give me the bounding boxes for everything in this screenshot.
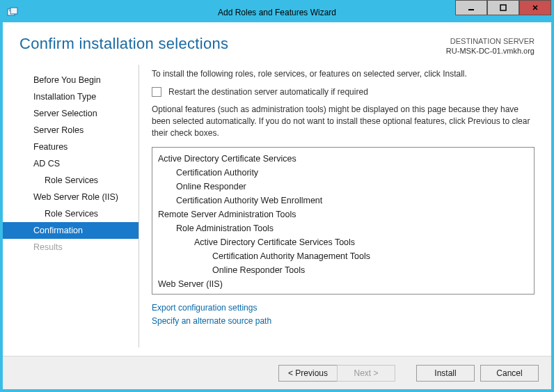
titlebar: Add Roles and Features Wizard bbox=[3, 3, 551, 22]
selections-list[interactable]: Active Directory Certificate ServicesCer… bbox=[152, 147, 535, 295]
optional-features-note: Optional features (such as administratio… bbox=[152, 104, 535, 140]
nav-step[interactable]: Server Selection bbox=[3, 105, 138, 122]
selection-item: Certification Authority Web Enrollment bbox=[158, 194, 531, 207]
destination-label: DESTINATION SERVER bbox=[446, 36, 535, 46]
body: Before You BeginInstallation TypeServer … bbox=[3, 62, 551, 356]
close-button[interactable] bbox=[519, 0, 551, 15]
selection-item: Active Directory Certificate Services bbox=[158, 152, 531, 166]
nav-step[interactable]: Server Roles bbox=[3, 122, 138, 139]
wizard-window: Add Roles and Features Wizard Confirm in… bbox=[0, 0, 554, 392]
svg-rect-4 bbox=[500, 5, 506, 10]
minimize-button[interactable] bbox=[455, 0, 487, 15]
prev-next-group: < Previous Next > bbox=[278, 365, 395, 382]
selection-item: Certification Authority bbox=[158, 166, 531, 180]
nav-step[interactable]: AD CS bbox=[3, 155, 138, 172]
maximize-button[interactable] bbox=[487, 0, 519, 15]
selections-list-wrap: Active Directory Certificate ServicesCer… bbox=[152, 147, 535, 295]
restart-checkbox-label: Restart the destination server automatic… bbox=[168, 87, 368, 97]
nav-step[interactable]: Role Services bbox=[3, 205, 138, 222]
next-button: Next > bbox=[337, 365, 395, 382]
selection-item: Certification Authority Management Tools bbox=[158, 249, 531, 263]
alternate-source-link[interactable]: Specify an alternate source path bbox=[152, 315, 535, 328]
nav-step[interactable]: Confirmation bbox=[3, 222, 138, 239]
nav-steps: Before You BeginInstallation TypeServer … bbox=[3, 62, 138, 356]
selection-item: Active Directory Certificate Services To… bbox=[158, 235, 531, 249]
cancel-button[interactable]: Cancel bbox=[480, 365, 539, 382]
restart-checkbox-row[interactable]: Restart the destination server automatic… bbox=[152, 87, 535, 97]
window-buttons bbox=[455, 3, 551, 22]
svg-rect-2 bbox=[10, 8, 17, 14]
destination-server: RU-MSK-DC-01.vmkh.org bbox=[446, 46, 535, 56]
nav-step[interactable]: Installation Type bbox=[3, 88, 138, 105]
nav-step[interactable]: Features bbox=[3, 139, 138, 155]
header: Confirm installation selections DESTINAT… bbox=[3, 22, 551, 62]
selection-item: Online Responder Tools bbox=[158, 263, 531, 277]
nav-step[interactable]: Role Services bbox=[3, 172, 138, 189]
nav-step: Results bbox=[3, 239, 138, 256]
app-icon bbox=[7, 7, 18, 18]
selection-item: Web Server (IIS) bbox=[158, 277, 531, 291]
export-config-link[interactable]: Export configuration settings bbox=[152, 301, 535, 315]
intro-text: To install the following roles, role ser… bbox=[152, 69, 535, 79]
link-row: Export configuration settings Specify an… bbox=[152, 295, 535, 328]
selection-item: Role Administration Tools bbox=[158, 221, 531, 235]
content-pane: To install the following roles, role ser… bbox=[139, 62, 551, 356]
footer: < Previous Next > Install Cancel bbox=[3, 356, 551, 389]
nav-step[interactable]: Before You Begin bbox=[3, 72, 138, 88]
page-heading: Confirm installation selections bbox=[19, 35, 228, 53]
restart-checkbox[interactable] bbox=[152, 87, 161, 97]
nav-step[interactable]: Web Server Role (IIS) bbox=[3, 189, 138, 205]
install-button[interactable]: Install bbox=[416, 365, 475, 382]
selection-item: Online Responder bbox=[158, 180, 531, 194]
destination-server-block: DESTINATION SERVER RU-MSK-DC-01.vmkh.org bbox=[446, 35, 535, 56]
selection-item: Remote Server Administration Tools bbox=[158, 207, 531, 221]
svg-rect-3 bbox=[468, 9, 474, 10]
previous-button[interactable]: < Previous bbox=[278, 365, 337, 382]
